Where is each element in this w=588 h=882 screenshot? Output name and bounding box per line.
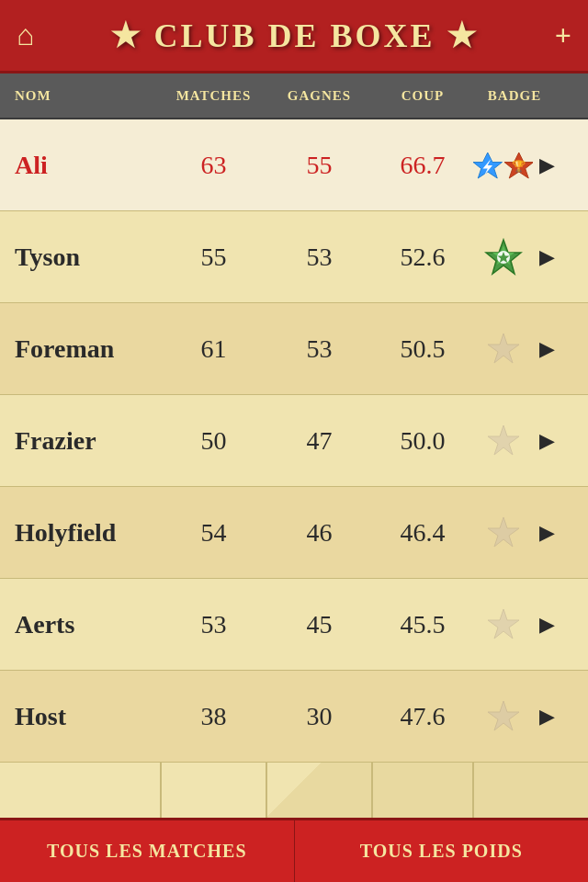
row-badge (473, 699, 533, 734)
row-coup: 50.0 (372, 426, 473, 456)
add-icon[interactable]: + (555, 18, 571, 52)
row-gagnes: 53 (266, 243, 372, 272)
table-row[interactable]: Foreman 61 53 50.5 ▶ (0, 303, 588, 395)
empty-badge-icon (486, 332, 521, 367)
all-weights-button[interactable]: TOUS LES POIDS (295, 818, 589, 882)
row-coup: 47.6 (372, 702, 473, 731)
row-matches: 54 (161, 518, 266, 548)
table-row[interactable]: Ali 63 55 66.7 🏆 ▶ (0, 119, 588, 211)
row-gagnes: 45 (266, 610, 372, 639)
table-row[interactable]: Aerts 53 45 45.5 ▶ (0, 579, 588, 671)
empty-badge-icon (486, 424, 521, 458)
row-arrow-icon[interactable]: ▶ (533, 245, 560, 269)
trophy-badge-icon: 🏆 (504, 149, 534, 182)
table-row[interactable]: Host 38 30 47.6 ▶ (0, 671, 588, 763)
row-arrow-icon[interactable]: ▶ (533, 429, 560, 453)
svg-marker-11 (488, 609, 519, 639)
row-gagnes: 47 (266, 426, 372, 456)
row-name: Host (0, 702, 161, 731)
table-row[interactable]: Holyfield 54 46 46.4 ▶ (0, 487, 588, 579)
table-row[interactable]: Frazier 50 47 50.0 ▶ (0, 395, 588, 487)
column-headers: NOM MATCHES GAGNES COUP BADGE (0, 74, 588, 119)
table-row[interactable]: Tyson 55 53 52.6 ▶ (0, 211, 588, 303)
row-badge (473, 238, 533, 277)
row-matches: 55 (161, 243, 266, 272)
row-name: Tyson (0, 243, 161, 272)
row-arrow-icon[interactable]: ▶ (533, 337, 560, 361)
lightning-badge-icon (473, 149, 503, 182)
row-coup: 66.7 (372, 151, 473, 180)
row-arrow-icon[interactable]: ▶ (533, 705, 560, 729)
row-gagnes: 55 (266, 151, 372, 180)
star-green-badge-icon (484, 238, 523, 277)
row-name: Frazier (0, 426, 161, 456)
row-gagnes: 53 (266, 334, 372, 364)
header-title: ★ CLUB DE BOXE ★ (110, 17, 478, 55)
row-name: Ali (0, 151, 161, 180)
row-name: Holyfield (0, 518, 161, 548)
app-title: CLUB DE BOXE (153, 17, 435, 55)
row-badge (473, 424, 533, 458)
row-matches: 50 (161, 426, 266, 456)
row-arrow-icon[interactable]: ▶ (533, 613, 560, 637)
empty-badge-icon (486, 699, 521, 734)
row-coup: 45.5 (372, 610, 473, 639)
col-header-matches: MATCHES (161, 88, 266, 104)
empty-badge-icon (486, 515, 521, 550)
row-matches: 38 (161, 702, 266, 731)
star-right-icon: ★ (447, 17, 479, 55)
row-coup: 52.6 (372, 243, 473, 272)
row-badge (473, 515, 533, 550)
row-matches: 63 (161, 151, 266, 180)
row-badge: 🏆 (473, 149, 533, 182)
row-matches: 53 (161, 610, 266, 639)
row-coup: 46.4 (372, 518, 473, 548)
col-header-badge: BADGE (473, 88, 556, 104)
row-matches: 61 (161, 334, 266, 364)
row-name: Foreman (0, 334, 161, 364)
row-arrow-icon[interactable]: ▶ (533, 153, 560, 177)
row-badge (473, 332, 533, 367)
home-icon[interactable]: ⌂ (17, 18, 34, 52)
row-gagnes: 30 (266, 702, 372, 731)
footer: TOUS LES MATCHES TOUS LES POIDS (0, 818, 588, 882)
app-header: ⌂ ★ CLUB DE BOXE ★ + (0, 0, 588, 74)
row-gagnes: 46 (266, 518, 372, 548)
svg-marker-10 (488, 517, 519, 547)
svg-text:🏆: 🏆 (512, 159, 526, 174)
svg-marker-12 (488, 701, 519, 730)
col-header-nom: NOM (0, 88, 161, 104)
col-header-gagnes: GAGNES (266, 88, 372, 104)
svg-marker-9 (488, 425, 519, 455)
row-name: Aerts (0, 610, 161, 639)
col-header-coup: COUP (372, 88, 473, 104)
table-body: Ali 63 55 66.7 🏆 ▶ Tyson 55 53 52.6 ▶ (0, 119, 588, 818)
row-arrow-icon[interactable]: ▶ (533, 521, 560, 545)
star-left-icon: ★ (110, 17, 142, 55)
svg-marker-8 (488, 334, 519, 363)
row-badge (473, 607, 533, 642)
empty-badge-icon (486, 607, 521, 642)
row-coup: 50.5 (372, 334, 473, 364)
all-matches-button[interactable]: TOUS LES MATCHES (0, 818, 295, 882)
